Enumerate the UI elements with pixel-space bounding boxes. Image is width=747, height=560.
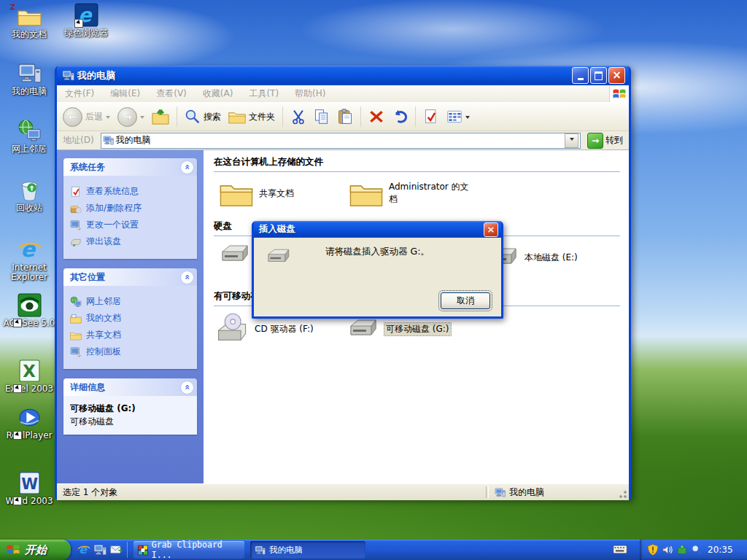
views-button[interactable]	[444, 107, 473, 126]
close-icon: ×	[612, 70, 622, 81]
quicklaunch-ie-icon[interactable]	[77, 543, 90, 556]
paste-button[interactable]	[334, 107, 356, 126]
maximize-button[interactable]	[590, 67, 607, 84]
taskbar-button-grab-clipboard[interactable]: Grab Clipboard I...	[133, 541, 244, 559]
status-bar: 选定 1 个对象 我的电脑	[57, 483, 629, 500]
menu-item-view[interactable]: 查看(V)	[148, 88, 195, 100]
collapse-chevron-icon[interactable]: «	[180, 381, 194, 394]
forward-button[interactable]: →	[115, 106, 147, 128]
desktop-icon-realplayer[interactable]: RealPlayer	[1, 405, 57, 440]
task-view-system-info[interactable]: 查看系统信息	[70, 185, 193, 198]
windows-flag-icon	[6, 542, 20, 557]
desktop-icon-label: Word 2003	[1, 497, 57, 506]
my-computer-icon	[18, 61, 42, 85]
settings-icon	[70, 219, 82, 231]
removable-drive-icon	[347, 316, 379, 341]
collapse-chevron-icon[interactable]: «	[180, 271, 194, 284]
menu-item-file[interactable]: 文件(F)	[57, 88, 102, 100]
shared-folder-icon	[70, 313, 82, 324]
folder-icon	[349, 179, 383, 207]
dialog-close-button[interactable]: ×	[484, 222, 498, 237]
security-shield-icon[interactable]	[647, 544, 659, 556]
other-places-header[interactable]: 其它位置 «	[63, 268, 197, 286]
paste-icon	[337, 109, 353, 125]
task-eject-disk[interactable]: 弹出该盘	[70, 236, 193, 248]
my-computer-icon	[103, 135, 114, 146]
cancel-button[interactable]: 取消	[441, 292, 490, 309]
drive-hidden-behind-dialog[interactable]	[218, 242, 250, 267]
place-shared-documents[interactable]: 共享文档	[70, 329, 193, 341]
undo-button[interactable]	[389, 107, 411, 126]
desktop-icon-word[interactable]: Word 2003	[1, 471, 57, 506]
toolbar: ← 后退 → 搜索 文件夹	[57, 103, 629, 131]
start-button[interactable]: 开始	[0, 540, 71, 560]
desktop-icon-network-places[interactable]: 网上邻居	[1, 119, 57, 154]
desktop-icon-green-browser[interactable]: 绿色浏览器	[58, 3, 114, 38]
search-button[interactable]: 搜索	[182, 107, 224, 126]
task-add-remove-programs[interactable]: 添加/删除程序	[70, 202, 193, 214]
magnifier-tray-icon[interactable]	[691, 544, 703, 556]
clock[interactable]: 20:35	[708, 545, 733, 555]
quicklaunch-show-desktop-icon[interactable]	[93, 543, 107, 556]
taskbar: 开始 Grab Clipboard I... 我的电脑 20:35	[0, 540, 747, 560]
collapse-chevron-icon[interactable]: «	[180, 160, 194, 174]
place-my-documents[interactable]: 我的文档	[70, 312, 193, 324]
input-method-keyboard-icon[interactable]	[613, 544, 627, 555]
minimize-button[interactable]	[572, 67, 589, 84]
window-titlebar[interactable]: 我的电脑 ×	[57, 66, 629, 85]
menu-item-favorites[interactable]: 收藏(A)	[195, 88, 241, 100]
toolbar-separator	[282, 106, 283, 127]
desktop-icon-my-documents[interactable]: 我的文档	[1, 4, 57, 39]
go-button[interactable]: → 转到	[584, 133, 626, 149]
resize-grip[interactable]	[619, 490, 627, 499]
window-title: 我的电脑	[77, 69, 570, 82]
desktop-icon-label: RealPlayer	[1, 431, 57, 440]
my-documents-folder-icon	[18, 4, 42, 28]
system-tasks-header[interactable]: 系统任务 «	[63, 158, 197, 176]
taskbar-button-my-computer[interactable]: 我的电脑	[250, 541, 365, 559]
menu-item-edit[interactable]: 编辑(E)	[102, 88, 148, 100]
drive-removable-g[interactable]: 可移动磁盘 (G:)	[347, 316, 451, 341]
copy-icon	[314, 109, 330, 125]
desktop-icon-acdsee[interactable]: ACDSee 5.0	[1, 293, 57, 328]
system-tray: 20:35	[640, 540, 747, 560]
status-selection-text: 选定 1 个对象	[57, 486, 486, 499]
folder-administrator-documents[interactable]: Administrator 的文档	[349, 179, 475, 207]
desktop-icon-excel[interactable]: Excel 2003	[1, 359, 57, 394]
desktop-icon-recycle-bin[interactable]: 回收站	[1, 178, 57, 213]
quicklaunch-mail-icon[interactable]	[109, 543, 123, 556]
folder-shared-documents[interactable]: 共享文档	[220, 179, 294, 207]
desktop-icon-my-computer[interactable]: 我的电脑	[1, 61, 57, 96]
update-package-icon[interactable]	[676, 544, 688, 556]
up-button[interactable]	[149, 106, 172, 127]
volume-icon[interactable]	[662, 544, 673, 556]
delete-button[interactable]	[365, 107, 387, 126]
network-places-icon	[70, 296, 82, 308]
address-label: 地址(D)	[60, 134, 97, 147]
go-arrow-icon: →	[587, 133, 603, 149]
dialog-titlebar[interactable]: 插入磁盘 ×	[254, 221, 501, 238]
address-input[interactable]: 我的电脑	[101, 133, 581, 149]
back-button[interactable]: ← 后退	[60, 106, 113, 128]
folders-button[interactable]: 文件夹	[225, 108, 278, 125]
details-header[interactable]: 详细信息 «	[63, 378, 197, 396]
desktop-icon-label: 我的文档	[1, 30, 57, 39]
back-dropdown-caret	[106, 116, 110, 121]
place-network[interactable]: 网上邻居	[70, 295, 193, 308]
desktop-icon-label: 绿色浏览器	[58, 28, 114, 38]
task-change-setting[interactable]: 更改一个设置	[70, 219, 193, 231]
menu-item-help[interactable]: 帮助(H)	[287, 88, 333, 100]
properties-button[interactable]	[420, 107, 442, 126]
menu-item-tools[interactable]: 工具(T)	[241, 88, 287, 100]
address-dropdown-button[interactable]	[565, 133, 578, 148]
chevron-down-icon	[570, 138, 574, 143]
desktop-icon-label: Internet Explorer	[1, 263, 57, 282]
my-computer-icon	[255, 545, 266, 556]
desktop-icon-internet-explorer[interactable]: Internet Explorer	[1, 238, 57, 282]
excel-icon	[18, 359, 42, 383]
close-button[interactable]: ×	[608, 67, 625, 84]
copy-button[interactable]	[311, 107, 333, 126]
place-control-panel[interactable]: 控制面板	[70, 346, 193, 358]
folder-icon	[70, 330, 82, 341]
cut-button[interactable]	[287, 107, 309, 126]
